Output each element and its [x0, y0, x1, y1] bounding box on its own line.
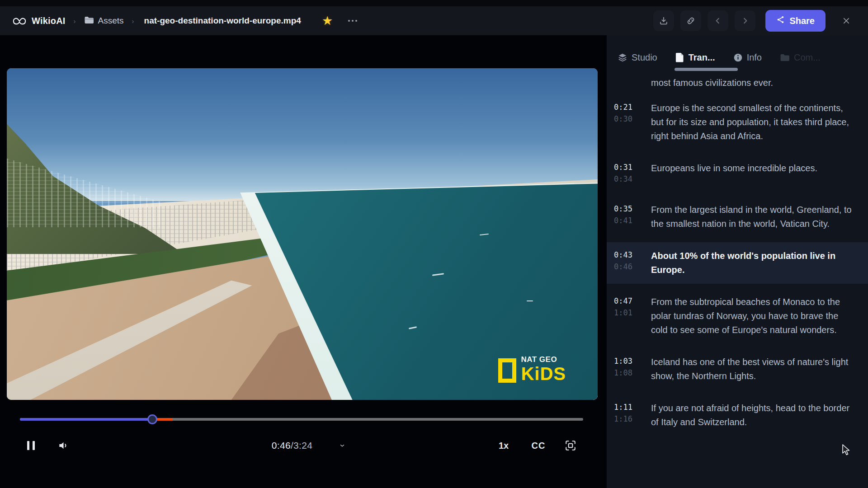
download-button[interactable]: [653, 10, 674, 31]
transcript-end-time: 0:41: [614, 215, 646, 226]
active-tab-indicator: [675, 68, 738, 71]
transcript-row[interactable]: 1:111:16If you are not afraid of heights…: [607, 394, 868, 436]
time-options-chevron-icon[interactable]: [335, 432, 349, 459]
fullscreen-button[interactable]: [560, 432, 581, 459]
pause-button[interactable]: [22, 432, 40, 459]
transcript-start-time: 0:21: [614, 101, 646, 113]
info-icon: [733, 53, 743, 62]
right-panel: Studio Tran...: [607, 35, 868, 488]
transcript-start-time: 1:11: [614, 401, 646, 413]
natgeo-logo-text: NAT GEO: [521, 356, 566, 363]
transcript-text: Iceland has one of the best views of nat…: [651, 355, 856, 383]
breadcrumb-chevron-icon: ›: [74, 17, 76, 25]
tab-transcript-label: Tran...: [689, 52, 715, 63]
header: WikioAI › Assets › nat-geo-destination-w…: [0, 6, 868, 35]
total-time: 3:24: [293, 440, 312, 451]
transcript-row[interactable]: 0:210:30Europe is the second smallest of…: [607, 94, 868, 150]
copy-link-button[interactable]: [680, 10, 701, 31]
app-window: WikioAI › Assets › nat-geo-destination-w…: [0, 0, 868, 488]
tab-info[interactable]: Info: [733, 52, 762, 63]
transcript-row-partial[interactable]: most famous civilizations ever.: [607, 76, 868, 90]
transcript-text: From the largest island in the world, Gr…: [651, 203, 856, 231]
transcript-end-time: 0:46: [614, 261, 646, 272]
natgeo-kids-text: KiDS: [521, 365, 566, 383]
next-asset-button[interactable]: [735, 10, 755, 31]
share-icon: [776, 15, 785, 26]
transcript-row[interactable]: 0:471:01From the subtropical beaches of …: [607, 288, 868, 344]
breadcrumb: WikioAI › Assets › nat-geo-destination-w…: [12, 14, 653, 28]
tab-comments[interactable]: Com...: [780, 52, 821, 63]
transcript-text: From the subtropical beaches of Monaco t…: [651, 295, 856, 337]
transcript-start-time: 0:47: [614, 295, 646, 307]
transcript-list: most famous civilizations ever. 0:210:30…: [607, 69, 868, 436]
studio-layers-icon: [618, 52, 627, 62]
time-display: 0:46/3:24: [251, 432, 333, 459]
video-player-area: NAT GEO KiDS 0:46/3:24: [0, 35, 607, 488]
transcript-end-time: 0:30: [614, 113, 646, 125]
video-progress-bar[interactable]: [20, 418, 583, 421]
transcript-end-time: 1:01: [614, 307, 646, 319]
transcript-start-time: 1:03: [614, 355, 646, 367]
wikioai-logo-icon: [12, 14, 27, 28]
folder-icon: [780, 53, 790, 62]
natgeo-kids-watermark: NAT GEO KiDS: [498, 356, 566, 383]
transcript-end-time: 1:08: [614, 367, 646, 379]
progress-thumb[interactable]: [147, 414, 157, 424]
document-icon: [675, 52, 684, 63]
share-button-label: Share: [789, 16, 815, 26]
transcript-end-time: 0:34: [614, 173, 646, 185]
transcript-text: Europe is the second smallest of the con…: [651, 101, 856, 143]
tab-transcript[interactable]: Tran...: [675, 52, 715, 63]
panel-tabs: Studio Tran...: [607, 35, 868, 69]
playback-speed-button[interactable]: 1x: [494, 432, 514, 459]
current-time: 0:46: [272, 440, 291, 451]
natgeo-frame-logo: [498, 358, 516, 383]
video-frame[interactable]: NAT GEO KiDS: [7, 68, 598, 400]
favorite-star-icon[interactable]: ★: [322, 15, 333, 27]
window-top-strip: [0, 0, 868, 6]
more-options-button[interactable]: [344, 16, 361, 25]
progress-played: [20, 418, 152, 421]
transcript-text: Europeans live in some incredible places…: [651, 161, 856, 185]
video-controls: 0:46/3:24 1x CC: [0, 432, 607, 459]
folder-icon: [84, 16, 94, 26]
transcript-text: If you are not afraid of heights, head t…: [651, 401, 856, 429]
transcript-text: About 10% of the world's population live…: [651, 249, 856, 277]
breadcrumb-filename: nat-geo-destination-world-europe.mp4: [144, 16, 301, 26]
tab-studio-label: Studio: [632, 52, 657, 63]
captions-button[interactable]: CC: [528, 432, 549, 459]
mouse-cursor: [842, 444, 853, 459]
transcript-text: most famous civilizations ever.: [651, 76, 856, 90]
transcript-start-time: 0:43: [614, 249, 646, 261]
transcript-start-time: 0:31: [614, 161, 646, 173]
video-scene-sky: [7, 68, 598, 201]
previous-asset-button[interactable]: [708, 10, 728, 31]
transcript-row[interactable]: 0:430:46About 10% of the world's populat…: [607, 242, 868, 284]
transcript-row[interactable]: 0:310:34Europeans live in some incredibl…: [607, 155, 868, 192]
share-button[interactable]: Share: [765, 10, 826, 32]
transcript-start-time: 0:35: [614, 203, 646, 215]
brand-name[interactable]: WikioAI: [32, 16, 66, 26]
volume-button[interactable]: [53, 432, 73, 459]
transcript-end-time: 1:16: [614, 413, 646, 425]
transcript-row[interactable]: 1:031:08Iceland has one of the best view…: [607, 348, 868, 390]
header-actions: Share: [653, 10, 856, 32]
transcript-row[interactable]: 0:350:41From the largest island in the w…: [607, 196, 868, 238]
close-button[interactable]: [836, 11, 856, 31]
breadcrumb-chevron-icon: ›: [132, 17, 134, 25]
tab-info-label: Info: [747, 52, 762, 63]
breadcrumb-folder[interactable]: Assets: [98, 16, 124, 26]
tab-studio[interactable]: Studio: [618, 52, 657, 63]
tab-comments-label: Com...: [794, 52, 821, 63]
